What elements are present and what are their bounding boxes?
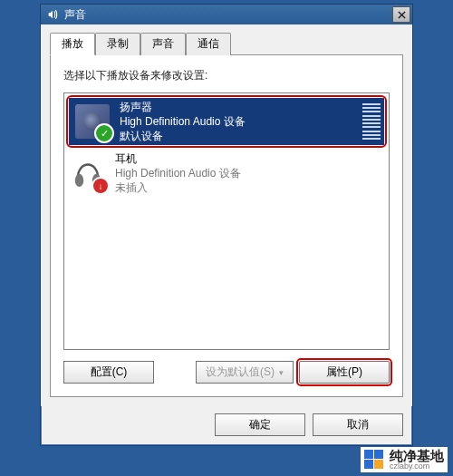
window-title: 声音 [64,7,392,23]
watermark-icon [364,450,384,470]
device-row[interactable]: ↓ 耳机 High Definition Audio 设备 未插入 [64,150,389,197]
svg-point-0 [75,174,84,187]
tab-recording[interactable]: 录制 [95,33,140,55]
unplugged-icon: ↓ [92,177,110,195]
watermark-name: 纯净基地 [390,449,444,462]
tab-playback[interactable]: 播放 [50,33,95,55]
device-text: 耳机 High Definition Audio 设备 未插入 [115,151,385,196]
device-name: 扬声器 [120,100,357,114]
device-row-highlight: ✓ 扬声器 High Definition Audio 设备 默认设备 [66,95,387,148]
device-name: 耳机 [115,151,385,166]
panel-button-row: 配置(C) 设为默认值(S) 属性(P) [63,361,390,384]
playback-panel: 选择以下播放设备来修改设置: ✓ 扬声器 High Definition Aud… [50,54,403,397]
dialog-button-row: 确定 取消 [41,406,412,445]
properties-button[interactable]: 属性(P) [299,361,390,384]
watermark-url: czlaby.com [390,462,444,471]
cancel-button[interactable]: 取消 [313,413,403,436]
device-status: 未插入 [115,180,385,195]
tab-communications[interactable]: 通信 [186,33,231,55]
titlebar[interactable]: 声音 [41,5,412,24]
level-meter [362,103,381,140]
set-default-button[interactable]: 设为默认值(S) [196,361,294,384]
close-button[interactable] [392,6,410,23]
dialog-client: 播放 录制 声音 通信 选择以下播放设备来修改设置: ✓ [41,24,412,406]
sound-sys-icon [46,8,59,21]
headphone-icon: ↓ [68,153,108,193]
sound-dialog: 声音 播放 录制 声音 通信 选择以下播放设备来修改设置: [40,4,413,446]
tab-strip: 播放 录制 声音 通信 [50,32,403,54]
panel-instruction: 选择以下播放设备来修改设置: [63,68,390,83]
watermark-logo: 纯净基地 czlaby.com [361,447,448,472]
device-row[interactable]: ✓ 扬声器 High Definition Audio 设备 默认设备 [69,98,384,145]
device-subname: High Definition Audio 设备 [115,166,385,180]
default-check-icon: ✓ [94,123,114,143]
ok-button[interactable]: 确定 [215,413,305,436]
device-status: 默认设备 [120,129,357,143]
device-subname: High Definition Audio 设备 [120,114,357,129]
tab-sounds[interactable]: 声音 [140,33,186,55]
speaker-icon: ✓ [72,102,112,141]
device-list[interactable]: ✓ 扬声器 High Definition Audio 设备 默认设备 [63,92,390,350]
configure-button[interactable]: 配置(C) [63,361,154,384]
device-text: 扬声器 High Definition Audio 设备 默认设备 [120,100,357,144]
